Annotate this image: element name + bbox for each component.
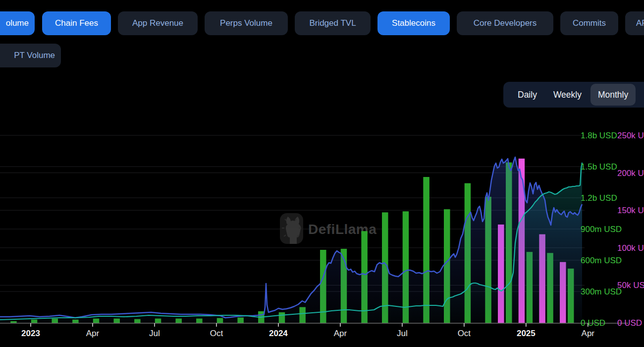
svg-text:600m USD: 600m USD xyxy=(581,256,622,265)
svg-text:200k USD: 200k USD xyxy=(617,169,644,178)
y-axis-green-labels: 1.8b USD1.5b USD1.2b USD900m USD600m USD… xyxy=(581,131,622,328)
svg-text:150k USD: 150k USD xyxy=(617,206,644,215)
svg-text:100k USD: 100k USD xyxy=(617,243,644,253)
x-tick-oct: Oct xyxy=(458,329,471,338)
tab-perps-volume[interactable]: Perps Volume xyxy=(205,11,288,35)
tab-olume[interactable]: olume xyxy=(0,11,35,35)
svg-text:0 USD: 0 USD xyxy=(581,318,605,328)
x-tick-apr: Apr xyxy=(86,329,100,338)
x-tick-jul: Jul xyxy=(149,329,160,338)
top-navigation: olumeChain FeesApp RevenuePerps VolumeBr… xyxy=(0,0,644,119)
svg-text:50k USD: 50k USD xyxy=(617,281,644,290)
tab-stablecoins[interactable]: Stablecoins xyxy=(377,11,450,35)
tab-pt-volume[interactable]: PT Volume xyxy=(0,44,61,67)
x-tick-2025: 2025 xyxy=(517,329,536,338)
period-option-monthly[interactable]: Monthly xyxy=(590,84,636,106)
x-tick-2023: 2023 xyxy=(21,329,40,338)
svg-text:250k USD: 250k USD xyxy=(617,131,644,140)
svg-text:1.2b USD: 1.2b USD xyxy=(581,193,617,203)
x-tick-oct: Oct xyxy=(210,329,223,338)
svg-text:300m USD: 300m USD xyxy=(581,287,622,296)
tab-core-developers[interactable]: Core Developers xyxy=(457,11,553,35)
x-tick-apr: Apr xyxy=(334,329,347,338)
x-axis-labels: 2023AprJulOct2024AprJulOct2025Apr xyxy=(21,323,594,338)
tab-commits[interactable]: Commits xyxy=(560,11,618,35)
svg-text:1.5b USD: 1.5b USD xyxy=(581,162,617,172)
tab-bridged-tvl[interactable]: Bridged TVL xyxy=(295,11,371,35)
x-tick-2024: 2024 xyxy=(269,329,288,338)
period-selector: DailyWeeklyMonthly xyxy=(503,82,644,108)
svg-text:1.8b USD: 1.8b USD xyxy=(581,131,617,140)
tab-chain-fees[interactable]: Chain Fees xyxy=(42,11,111,35)
tab-ap[interactable]: AP xyxy=(625,11,644,35)
x-tick-jul: Jul xyxy=(397,329,408,338)
tab-app-revenue[interactable]: App Revenue xyxy=(118,11,198,35)
period-option-daily[interactable]: Daily xyxy=(510,84,544,106)
svg-text:0 USD: 0 USD xyxy=(617,318,642,328)
x-tick-apr: Apr xyxy=(582,329,595,338)
svg-text:900m USD: 900m USD xyxy=(581,225,622,234)
period-option-weekly[interactable]: Weekly xyxy=(546,84,589,106)
